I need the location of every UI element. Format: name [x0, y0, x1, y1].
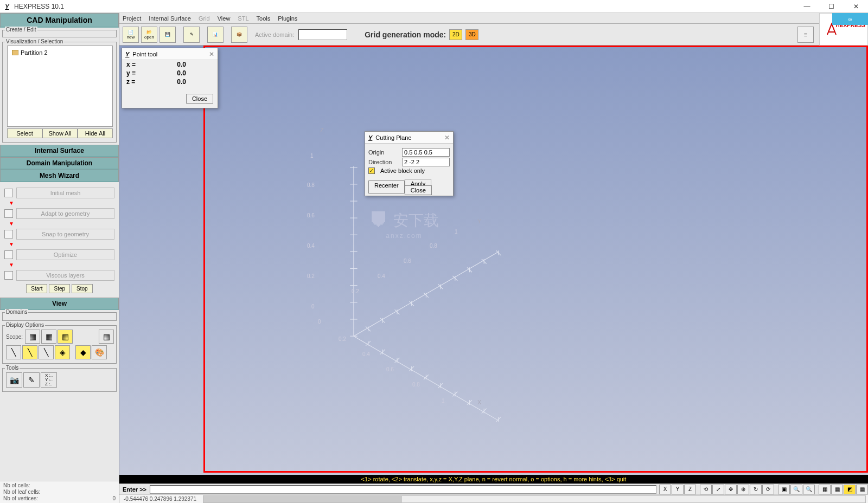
enter-label: Enter >> — [119, 486, 150, 493]
internal-surface-header[interactable]: Internal Surface — [0, 145, 119, 157]
stop-button[interactable]: Stop — [72, 284, 93, 293]
cad-manipulation-header[interactable]: CAD Manipulation — [0, 13, 119, 28]
point-tool-close-button[interactable]: Close — [186, 94, 213, 104]
title-bar: Y HEXPRESS 10.1 — ☐ ✕ — [0, 0, 868, 13]
menu-tools[interactable]: Tools — [257, 15, 271, 22]
scope-cube2-icon[interactable]: ▦ — [41, 330, 56, 344]
mode-2d-button[interactable]: 2D — [449, 29, 462, 40]
hint-bar: <1> rotate, <2> translate, x,y,z = X,Y,Z… — [119, 475, 868, 483]
watermark: ⛊安下载 anxz.com — [347, 203, 461, 246]
wiz-check-3[interactable] — [4, 250, 13, 259]
point-tool-title: Point tool — [132, 51, 157, 57]
right-area: Project Internal Surface Grid View STL T… — [119, 13, 868, 503]
horizontal-scrollbar[interactable] — [203, 495, 866, 503]
display-mode-1-icon[interactable]: ╲ — [6, 345, 21, 359]
view-tool-2-icon[interactable]: ▦ — [831, 485, 843, 494]
mode-3d-button[interactable]: 3D — [465, 29, 478, 40]
display-mode-3-icon[interactable]: ╲ — [39, 345, 54, 359]
nav-tool-1-icon[interactable]: ⟲ — [700, 485, 712, 494]
view-header[interactable]: View — [0, 298, 119, 310]
axis-z-button[interactable]: Z — [684, 485, 696, 494]
direction-input[interactable] — [402, 158, 450, 166]
view-tool-3-icon[interactable]: ◩ — [844, 485, 856, 494]
camera-icon[interactable]: 📷 — [6, 372, 22, 388]
cube-icon[interactable]: 📦 — [231, 27, 247, 43]
wiz-step-initial[interactable]: Initial mesh — [16, 188, 114, 198]
nav-tool-6-icon[interactable]: ⟳ — [762, 485, 774, 494]
active-domain-label: Active domain: — [255, 31, 294, 38]
minimize-button[interactable]: — — [795, 0, 819, 13]
domain-frame — [203, 46, 868, 473]
nav-tool-5-icon[interactable]: ↻ — [750, 485, 762, 494]
command-bar: Enter >> X Y Z ⟲ ⤢ ✥ ⊕ ↻ ⟳ ▣ 🔍 🔍 ▦ ▦ ◩ ▦ — [119, 483, 868, 494]
x-axis-label: X — [477, 399, 481, 405]
palette-icon[interactable]: ▦ — [99, 330, 114, 344]
show-all-button[interactable]: Show All — [42, 128, 78, 138]
menu-grid: Grid — [199, 15, 210, 22]
share-widget[interactable]: ∞ — [832, 13, 868, 25]
nav-tool-7-icon[interactable]: ▣ — [778, 485, 790, 494]
close-button[interactable]: ✕ — [844, 0, 868, 13]
menu-project[interactable]: Project — [123, 15, 141, 22]
domains-group: Domains — [2, 312, 117, 321]
origin-input[interactable] — [402, 148, 450, 157]
menu-internal-surface[interactable]: Internal Surface — [149, 15, 191, 22]
y-axis-label: Y — [477, 218, 481, 224]
wiz-step-snap[interactable]: Snap to geometry — [16, 229, 114, 240]
menu-bar: Project Internal Surface Grid View STL T… — [119, 13, 868, 24]
nav-tool-4-icon[interactable]: ⊕ — [737, 485, 749, 494]
z-axis-label: Z — [320, 127, 324, 133]
mesh-wizard-header[interactable]: Mesh Wizard — [0, 170, 119, 182]
pencil-icon[interactable]: ✎ — [23, 372, 40, 388]
axis-x-button[interactable]: X — [659, 485, 671, 494]
wiz-check-4[interactable] — [4, 271, 13, 280]
wiz-step-adapt[interactable]: Adapt to geometry — [16, 208, 114, 219]
nav-tool-2-icon[interactable]: ⤢ — [712, 485, 724, 494]
active-domain-select[interactable] — [298, 29, 347, 40]
chart-icon[interactable]: 📊 — [207, 27, 224, 43]
viewport-3d[interactable]: ⛊安下载 anxz.com Z Y X — [119, 46, 868, 475]
cutting-plane-dialog[interactable]: Y Cutting Plane ✕ Origin Direction ✓Acti… — [365, 131, 454, 196]
point-tool-close-icon[interactable]: ✕ — [209, 50, 214, 58]
axis-y-button[interactable]: Y — [672, 485, 684, 494]
menu-plugins[interactable]: Plugins — [278, 15, 297, 22]
step-button[interactable]: Step — [49, 284, 70, 293]
nav-tool-3-icon[interactable]: ✥ — [725, 485, 737, 494]
partition-tree[interactable]: Partition 2 — [7, 46, 113, 127]
display-mode-5-icon[interactable]: ◆ — [75, 345, 91, 359]
display-mode-2-icon[interactable]: ╲ — [22, 345, 37, 359]
scope-cube1-icon[interactable]: ▦ — [25, 330, 40, 344]
wiz-step-viscous[interactable]: Viscous layers — [16, 270, 114, 281]
wiz-step-optimize[interactable]: Optimize — [16, 249, 114, 260]
menu-view[interactable]: View — [218, 15, 231, 22]
cutting-plane-close-icon[interactable]: ✕ — [444, 134, 450, 141]
close-button[interactable]: Close — [405, 185, 432, 195]
view-tool-1-icon[interactable]: ▦ — [819, 485, 831, 494]
save-icon[interactable]: 💾 — [159, 27, 176, 43]
wiz-check-1[interactable] — [4, 209, 13, 218]
hide-all-button[interactable]: Hide All — [78, 128, 113, 138]
zoom-in-icon[interactable]: 🔍 — [790, 485, 802, 494]
maximize-button[interactable]: ☐ — [819, 0, 844, 13]
open-button[interactable]: 📂open — [141, 27, 157, 43]
start-button[interactable]: Start — [26, 284, 47, 293]
domain-manipulation-header[interactable]: Domain Manipulation — [0, 157, 119, 170]
edit-icon[interactable]: ✎ — [183, 27, 200, 43]
new-button[interactable]: 📄new — [123, 27, 139, 43]
wiz-check-2[interactable] — [4, 230, 13, 238]
scope-cube3-icon[interactable]: ▦ — [58, 330, 73, 344]
xyz-icon[interactable]: X :..Y :..Z :.. — [41, 372, 57, 388]
zoom-out-icon[interactable]: 🔍 — [803, 485, 815, 494]
active-block-checkbox[interactable]: ✓ — [368, 167, 375, 174]
notes-icon[interactable]: ≡ — [797, 27, 814, 43]
point-tool-dialog[interactable]: Y Point tool ✕ x =0.0 y =0.0 z =0.0 Clos… — [122, 48, 218, 108]
app-icon: Y — [3, 3, 11, 10]
command-input[interactable] — [150, 485, 656, 494]
tree-item-partition[interactable]: Partition 2 — [10, 48, 110, 57]
recenter-button[interactable]: Recenter — [368, 180, 405, 194]
display-mode-4-icon[interactable]: ◈ — [55, 345, 70, 359]
view-tool-4-icon[interactable]: ▦ — [856, 485, 868, 494]
display-mode-6-icon[interactable]: 🎨 — [92, 345, 107, 359]
wiz-check-0[interactable] — [4, 189, 13, 197]
select-button[interactable]: Select — [7, 128, 42, 138]
